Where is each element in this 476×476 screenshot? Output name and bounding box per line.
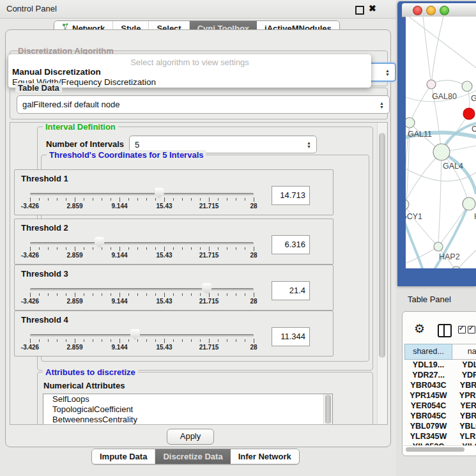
settings-scrollbar[interactable]	[377, 123, 387, 424]
table-row[interactable]: YBL079WYBL079W	[404, 421, 476, 431]
slider-handle[interactable]	[155, 188, 164, 199]
table-cell: YDL19...	[452, 360, 476, 370]
tick-mark	[128, 339, 129, 342]
table-row[interactable]: YBR045CYBR045C	[404, 411, 476, 421]
tick-label: 9.144	[111, 252, 127, 259]
gear-icon[interactable]: ⚙	[414, 323, 425, 335]
numerical-attributes-list[interactable]: SelfLoopsTopologicalCoefficientBetweenne…	[43, 394, 333, 425]
tick-mark	[245, 339, 245, 342]
tick-label: -3.426	[21, 298, 39, 305]
table-row[interactable]: YPR145WYPR145W	[404, 390, 476, 401]
close-icon[interactable]: ✖	[369, 3, 376, 13]
network-node[interactable]	[463, 108, 475, 119]
table-row[interactable]: YDL19...YDL19...	[404, 360, 476, 370]
network-view-window[interactable]: GAL80GCGAL11GAL4GCY1HHAP2	[397, 1, 476, 286]
columns-icon[interactable]	[438, 324, 452, 337]
network-edge	[423, 17, 431, 84]
tick-mark	[57, 339, 58, 342]
tab-infer-network[interactable]: Infer Network	[231, 449, 299, 464]
tick-label: 21.715	[199, 203, 219, 210]
tick-mark	[128, 198, 129, 201]
tick-mark	[200, 339, 201, 342]
checkbox-icon[interactable]	[468, 326, 475, 334]
tick-mark	[146, 247, 147, 250]
table-row[interactable]: YLR345WYLR345W	[404, 431, 476, 441]
network-window-titlebar[interactable]	[402, 3, 476, 17]
table-row[interactable]: YDR27...YDR27...	[404, 370, 476, 380]
table-row[interactable]: YBR043CYBR043C	[404, 380, 476, 390]
table-data-select[interactable]: galFiltered.sif default node ▲▼	[17, 95, 390, 114]
tick-mark	[39, 293, 40, 296]
algorithm-option-1[interactable]: Manual Discretization	[12, 67, 101, 77]
tick-mark	[119, 293, 120, 297]
close-traffic-light-icon[interactable]	[413, 6, 422, 15]
number-of-intervals-value: 5	[135, 140, 139, 150]
network-canvas[interactable]: GAL80GCGAL11GAL4GCY1HHAP2	[406, 17, 476, 268]
tick-mark	[218, 293, 219, 296]
tick-mark	[164, 197, 165, 202]
tick-mark	[164, 293, 165, 297]
attribute-item[interactable]: BetweennessCentrality	[43, 415, 332, 425]
apply-button[interactable]: Apply	[167, 429, 214, 445]
tick-mark	[236, 198, 236, 201]
tick-mark	[146, 198, 147, 201]
threshold-value-field[interactable]: 6.316	[272, 235, 310, 254]
settings-scroll-area: Interval Definition Number of Intervals …	[10, 122, 388, 425]
tick-mark	[39, 247, 40, 250]
table-cell: YBR043C	[452, 380, 476, 390]
tick-mark	[57, 293, 58, 296]
table-cell: YPR145W	[452, 390, 476, 401]
slider-handle[interactable]	[130, 329, 140, 340]
slider-track[interactable]	[30, 193, 254, 196]
tick-mark	[75, 197, 75, 202]
tick-mark	[155, 198, 156, 201]
network-node[interactable]	[463, 197, 475, 210]
slider-track[interactable]	[30, 242, 254, 245]
tick-mark	[111, 247, 111, 250]
tick-label: -3.426	[21, 252, 39, 259]
tick-mark	[102, 293, 102, 296]
slider-handle[interactable]	[95, 237, 104, 248]
network-node[interactable]	[434, 242, 443, 251]
tab-impute-data[interactable]: Impute Data	[92, 449, 155, 464]
threshold-value-field[interactable]: 14.713	[272, 186, 310, 205]
network-node[interactable]	[427, 80, 436, 89]
tick-mark	[164, 247, 165, 251]
interval-definition-title: Interval Definition	[43, 122, 118, 132]
network-node[interactable]	[406, 199, 409, 210]
tick-label: 28	[250, 252, 257, 259]
tick-mark	[182, 247, 183, 250]
zoom-traffic-light-icon[interactable]	[440, 6, 449, 15]
column-header-name[interactable]: name	[452, 344, 476, 360]
network-node[interactable]	[406, 118, 415, 128]
slider-handle[interactable]	[202, 283, 211, 294]
tick-mark	[245, 247, 245, 250]
threshold-value-field[interactable]: 11.344	[272, 327, 310, 346]
network-node[interactable]	[433, 144, 450, 160]
node-label: GAL80	[432, 92, 457, 101]
minimize-traffic-light-icon[interactable]	[426, 6, 436, 15]
tick-mark	[146, 339, 147, 342]
tick-mark	[66, 247, 66, 250]
slider-track[interactable]	[30, 288, 254, 291]
table-row[interactable]: YER054CYER054C	[404, 401, 476, 411]
column-header-shared-name[interactable]: shared...	[404, 344, 452, 360]
tab-label: Impute Data	[100, 452, 147, 461]
threshold-value-field[interactable]: 21.4	[272, 281, 310, 300]
network-node[interactable]	[462, 81, 472, 91]
control-panel-titlebar: Control Panel ✖	[0, 0, 396, 19]
tick-mark	[84, 247, 84, 250]
tick-mark	[128, 293, 129, 296]
list-scrollbar[interactable]	[323, 394, 332, 425]
network-graph: GAL80GCGAL11GAL4GCY1HHAP2	[406, 17, 476, 268]
checkbox-icon[interactable]	[458, 326, 466, 334]
tick-mark	[209, 197, 210, 202]
slider-track[interactable]	[30, 334, 254, 337]
table-cell: YBL079W	[452, 421, 476, 431]
attribute-item[interactable]: TopologicalCoefficient	[43, 404, 332, 415]
tab-discretize-data[interactable]: Discretize Data	[155, 449, 230, 464]
attribute-item[interactable]: SelfLoops	[43, 394, 332, 404]
float-window-icon[interactable]	[355, 6, 364, 15]
tick-mark	[30, 293, 31, 297]
table-horizontal-scrollbar[interactable]	[404, 445, 476, 453]
